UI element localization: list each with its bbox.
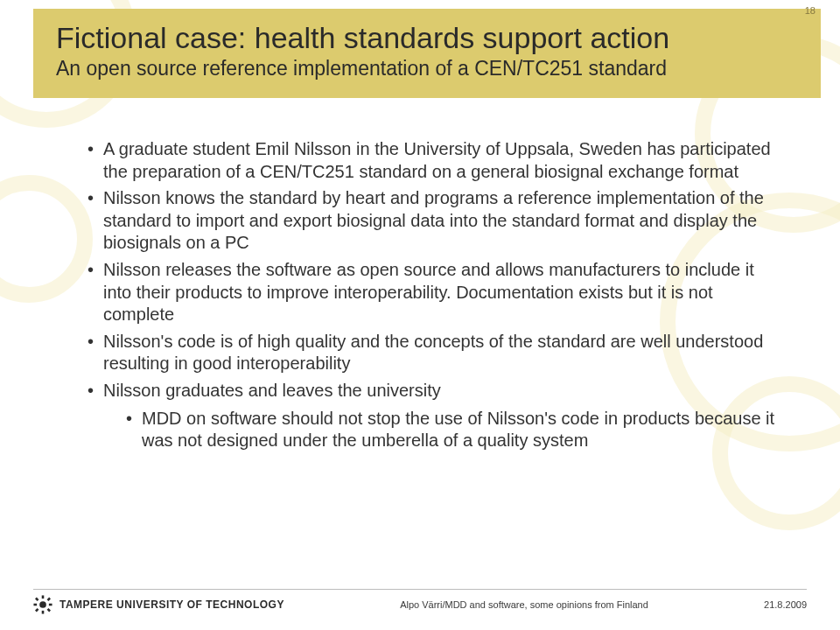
footer-divider	[33, 589, 807, 590]
bullet-list: A graduate student Emil Nilsson in the U…	[88, 138, 775, 452]
slide-body: A graduate student Emil Nilsson in the U…	[88, 138, 775, 457]
svg-rect-5	[35, 598, 38, 601]
org-logo: TAMPERE UNIVERSITY OF TECHNOLOGY	[33, 595, 284, 614]
slide: 18 Fictional case: health standards supp…	[0, 0, 840, 630]
org-name: TAMPERE UNIVERSITY OF TECHNOLOGY	[60, 598, 284, 611]
footer-date: 21.8.2009	[764, 599, 807, 610]
decorative-gear	[0, 175, 93, 303]
footer-center-text: Alpo Värri/MDD and software, some opinio…	[284, 599, 764, 610]
gear-icon	[33, 595, 52, 614]
bullet-text: Nilsson knows the standard by heart and …	[103, 188, 764, 252]
svg-rect-3	[33, 604, 37, 606]
bullet-item: A graduate student Emil Nilsson in the U…	[88, 138, 775, 183]
svg-rect-1	[42, 595, 45, 598]
svg-rect-6	[47, 598, 51, 601]
bullet-text: Nilsson graduates and leaves the univers…	[103, 381, 441, 400]
footer-row: TAMPERE UNIVERSITY OF TECHNOLOGY Alpo Vä…	[33, 595, 807, 614]
sub-bullet-item: MDD on software should not stop the use …	[126, 408, 775, 452]
sub-bullet-text: MDD on software should not stop the use …	[142, 409, 774, 451]
bullet-item: Nilsson releases the software as open so…	[88, 259, 775, 326]
bullet-text: Nilsson's code is of high quality and th…	[103, 332, 763, 374]
slide-footer: TAMPERE UNIVERSITY OF TECHNOLOGY Alpo Vä…	[33, 589, 807, 614]
bullet-text: A graduate student Emil Nilsson in the U…	[103, 139, 771, 181]
bullet-item: Nilsson graduates and leaves the univers…	[88, 380, 775, 452]
sub-bullet-list: MDD on software should not stop the use …	[103, 408, 775, 452]
slide-subtitle: An open source reference implementation …	[56, 57, 798, 80]
svg-rect-8	[47, 608, 51, 612]
title-band: Fictional case: health standards support…	[33, 9, 821, 98]
svg-rect-4	[49, 604, 52, 606]
slide-title: Fictional case: health standards support…	[56, 21, 798, 55]
bullet-item: Nilsson knows the standard by heart and …	[88, 187, 775, 255]
svg-point-0	[39, 601, 46, 608]
bullet-item: Nilsson's code is of high quality and th…	[88, 331, 775, 375]
slide-number: 18	[805, 5, 816, 16]
svg-rect-7	[35, 608, 38, 612]
bullet-text: Nilsson releases the software as open so…	[103, 260, 754, 324]
svg-rect-2	[42, 611, 45, 614]
